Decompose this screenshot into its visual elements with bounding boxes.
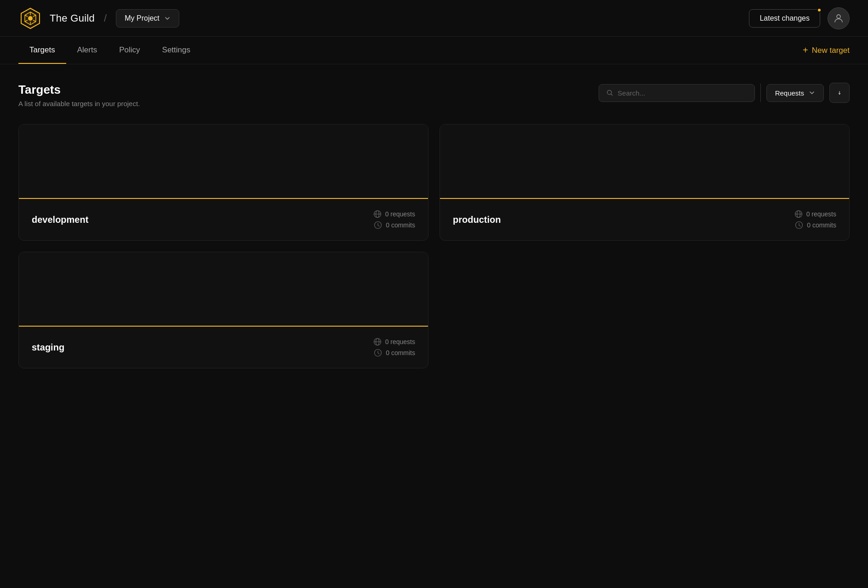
sort-button[interactable] bbox=[829, 83, 850, 103]
search-box bbox=[599, 84, 755, 102]
plus-icon: + bbox=[803, 45, 808, 56]
card-preview-development bbox=[19, 124, 428, 198]
targets-controls: Requests bbox=[599, 83, 850, 103]
card-preview-production bbox=[440, 124, 849, 198]
clock-icon bbox=[795, 221, 803, 229]
page-subtitle: A list of available targets in your proj… bbox=[18, 100, 140, 107]
latest-changes-button[interactable]: Latest changes bbox=[749, 9, 820, 28]
card-info-development: development 0 requests bbox=[19, 199, 428, 240]
brand-name: The Guild bbox=[50, 12, 95, 24]
nav-tabs: Targets Alerts Policy Settings bbox=[18, 37, 201, 64]
search-icon bbox=[606, 89, 613, 96]
target-stats-staging: 0 requests 0 commits bbox=[373, 338, 415, 357]
globe-icon bbox=[373, 210, 382, 218]
user-avatar[interactable] bbox=[828, 7, 850, 29]
targets-grid: development 0 requests bbox=[18, 124, 850, 368]
target-card-production[interactable]: production 0 requests bbox=[440, 124, 850, 241]
svg-point-2 bbox=[28, 16, 33, 21]
chevron-down-icon bbox=[809, 90, 815, 96]
page-title: Targets bbox=[18, 83, 140, 97]
tab-settings[interactable]: Settings bbox=[151, 37, 201, 64]
target-stats-development: 0 requests 0 commits bbox=[373, 210, 415, 229]
target-commits-staging: 0 commits bbox=[374, 349, 415, 357]
target-name-staging: staging bbox=[32, 342, 64, 353]
svg-line-11 bbox=[611, 94, 612, 96]
target-card-development[interactable]: development 0 requests bbox=[18, 124, 428, 241]
target-commits-development: 0 commits bbox=[374, 221, 415, 229]
tab-policy[interactable]: Policy bbox=[108, 37, 151, 64]
target-commits-production: 0 commits bbox=[795, 221, 836, 229]
target-requests-production: 0 requests bbox=[794, 210, 836, 218]
user-icon bbox=[833, 13, 844, 24]
tab-alerts[interactable]: Alerts bbox=[66, 37, 108, 64]
chevron-down-icon bbox=[164, 15, 171, 22]
card-info-staging: staging 0 requests bbox=[19, 327, 428, 368]
notification-dot bbox=[817, 8, 822, 12]
globe-icon bbox=[794, 210, 803, 218]
clock-icon bbox=[374, 349, 382, 357]
target-name-production: production bbox=[453, 215, 501, 225]
targets-header: Targets A list of available targets in y… bbox=[18, 83, 850, 107]
main-content: Targets A list of available targets in y… bbox=[0, 64, 868, 387]
navigation: Targets Alerts Policy Settings + New tar… bbox=[0, 37, 868, 64]
project-name: My Project bbox=[125, 14, 160, 23]
globe-icon bbox=[373, 338, 382, 346]
logo-icon bbox=[18, 6, 42, 30]
vertical-divider bbox=[760, 84, 761, 102]
target-card-staging[interactable]: staging 0 requests bbox=[18, 252, 428, 368]
card-preview-staging bbox=[19, 252, 428, 326]
new-target-button[interactable]: + New target bbox=[803, 45, 850, 56]
project-selector[interactable]: My Project bbox=[116, 9, 179, 28]
card-info-production: production 0 requests bbox=[440, 199, 849, 240]
header-left: The Guild / My Project bbox=[18, 6, 179, 30]
header: The Guild / My Project Latest changes bbox=[0, 0, 868, 37]
target-name-development: development bbox=[32, 215, 88, 225]
search-input[interactable] bbox=[617, 89, 747, 97]
tab-targets[interactable]: Targets bbox=[18, 37, 66, 64]
target-requests-staging: 0 requests bbox=[373, 338, 415, 346]
requests-dropdown[interactable]: Requests bbox=[766, 84, 824, 102]
header-right: Latest changes bbox=[749, 7, 850, 29]
sort-icon bbox=[837, 89, 842, 96]
svg-point-9 bbox=[837, 15, 840, 18]
clock-icon bbox=[374, 221, 382, 229]
targets-title-section: Targets A list of available targets in y… bbox=[18, 83, 140, 107]
target-stats-production: 0 requests 0 commits bbox=[794, 210, 836, 229]
breadcrumb-separator: / bbox=[104, 12, 107, 24]
target-requests-development: 0 requests bbox=[373, 210, 415, 218]
